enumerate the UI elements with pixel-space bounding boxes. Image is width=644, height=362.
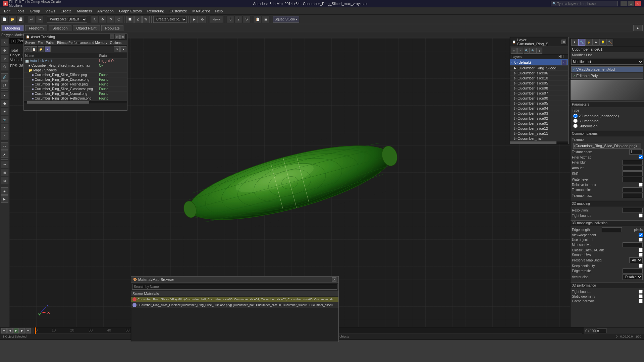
move-button[interactable]: ✥ — [99, 16, 106, 23]
layer-btn[interactable]: 📋 — [254, 16, 261, 23]
tl-play-fwd[interactable]: ▶ — [13, 328, 19, 334]
layer-tb-btn5[interactable]: ↕ — [536, 48, 542, 54]
menu-modifiers[interactable]: Modifiers — [74, 8, 95, 14]
radio-subdivision[interactable]: Subdivision — [573, 124, 641, 128]
layer-row-slice02[interactable]: ▷ Cucumber_slice02 — [510, 116, 568, 121]
minimize-button[interactable]: ─ — [621, 1, 627, 6]
lt-mirror-btn[interactable]: ⇔ — [1, 161, 8, 168]
tl-prev-btn[interactable]: ◀ — [7, 328, 13, 334]
lt-align-btn[interactable]: ⊟ — [1, 177, 8, 184]
layer-tb-btn1[interactable]: ✕ — [511, 48, 517, 54]
maximize-button[interactable]: □ — [628, 1, 634, 6]
filter-texmap-check[interactable] — [639, 155, 643, 159]
water-level-input[interactable]: 0.000 — [623, 177, 643, 182]
lt-spacewarp-btn[interactable]: ~ — [1, 132, 8, 139]
layer-tb-btn4[interactable]: 🔍 — [530, 48, 536, 54]
modifier-editable-poly[interactable]: ✓ Editable Poly — [571, 73, 643, 79]
layer-row-cucumber-sliced[interactable]: ▶ Cucumber_Ring_Sliced — [510, 66, 568, 71]
menu-create[interactable]: Create — [58, 8, 74, 14]
mb-row-2[interactable]: Cucumber_Ring_Slice_Displace(Cucumber_Ri… — [131, 302, 338, 308]
layer-row-slice12[interactable]: ▷ Cucumber_slice12 — [510, 126, 568, 131]
workspace-dropdown[interactable]: Workspace: Default — [47, 16, 87, 23]
layer-row-slice08[interactable]: ▷ Cucumber_slice08 — [510, 86, 568, 91]
lt-scale-btn[interactable]: ⬡ — [1, 63, 8, 70]
at-row-maps-folder[interactable]: 📁 Maps / Shaders — [24, 68, 127, 73]
at-copy-btn[interactable]: 📋 — [31, 46, 37, 52]
mb-close-btn[interactable]: ✕ — [332, 277, 336, 282]
lt-paint-btn[interactable]: 🖌 — [1, 150, 8, 158]
texmap-max-input[interactable]: 1.0 — [623, 193, 643, 198]
at-more-btn[interactable]: ■ — [45, 46, 51, 52]
mb-row-1[interactable]: Cucumber_Ring_Slice ( VRayMtl ) (Cucumbe… — [131, 297, 338, 302]
keep-continuity-check[interactable] — [639, 264, 643, 268]
redo-button[interactable]: ↪ — [36, 16, 43, 23]
mode-freeform[interactable]: Freeform — [25, 25, 48, 31]
close-button[interactable]: ✕ — [635, 1, 641, 6]
tl-play-btn[interactable]: ⏮ — [1, 328, 7, 334]
tl-next-btn[interactable]: ▶ — [19, 328, 25, 334]
rp-hierarchy-btn[interactable]: ⚡ — [585, 39, 592, 46]
max-subdivs-input[interactable]: 256 — [623, 242, 643, 247]
relative-bbox-check[interactable] — [639, 183, 643, 187]
reference-dropdown[interactable]: Create Selectio... — [153, 16, 187, 23]
mode-selection[interactable]: Selection — [49, 25, 71, 31]
filter-blur-input[interactable]: 0.1 — [623, 160, 643, 165]
lt-shape-btn[interactable]: ⬟ — [1, 100, 8, 107]
at-menu-paths[interactable]: Paths — [46, 41, 55, 45]
menu-customize[interactable]: Customize — [167, 8, 190, 14]
tight-bounds-check[interactable] — [639, 214, 643, 218]
shift-input[interactable]: 0.000 — [623, 171, 643, 176]
save-button[interactable]: 💾 — [17, 16, 24, 23]
lt-material-editor-btn[interactable]: ◈ — [1, 187, 8, 195]
texmap-button[interactable]: (Cucumber_Ring_Slice_Displace.png) — [573, 143, 641, 149]
radio-2d-mapping[interactable]: 2D mapping (landscape) — [573, 114, 641, 118]
select-button[interactable]: ↖ — [91, 16, 98, 23]
vector-disp-select[interactable]: Disabled — [623, 274, 643, 280]
snap-s-btn[interactable]: S — [243, 16, 250, 23]
layer-scrollbar[interactable] — [510, 141, 568, 144]
menu-maxscript[interactable]: MAXScript — [190, 8, 213, 14]
select-filter-btn[interactable]: ▣ — [262, 16, 269, 23]
at-menu-server[interactable]: Server — [25, 41, 35, 45]
search-input[interactable] — [557, 2, 611, 6]
lt-select-region-btn[interactable]: ▭ — [1, 142, 8, 150]
lt-render-btn[interactable]: ▶ — [1, 195, 8, 203]
layer-close-btn[interactable]: ✕ — [561, 40, 566, 44]
at-menu-bitmap[interactable]: Bitmap Performance and Memory — [57, 41, 107, 45]
lt-geometry-btn[interactable]: ● — [1, 92, 8, 99]
lt-unlink-btn[interactable]: ⛓ — [1, 81, 8, 89]
at-row-file[interactable]: ■ Cucumber_Ring_Sliced_max_vray.max Ok — [24, 63, 127, 68]
amount-input[interactable]: 0.100 — [623, 166, 643, 171]
lt-rotate-btn[interactable]: ↻ — [1, 55, 8, 62]
rp-modify-btn[interactable]: 🔧 — [578, 39, 585, 46]
at-row-diffuse[interactable]: ■ Cucumber_Ring_Slice_Diffuse.png Found — [24, 73, 127, 77]
at-menu-file[interactable]: File — [38, 41, 43, 45]
menu-tools[interactable]: Tools — [13, 8, 27, 14]
layer-default-toggle[interactable]: □ — [561, 60, 567, 65]
lt-light-btn[interactable]: ☀ — [1, 108, 8, 115]
menu-edit[interactable]: Edit — [1, 8, 13, 14]
menu-animation[interactable]: Animation — [95, 8, 116, 14]
3d-snap-btn[interactable]: 3 — [227, 16, 234, 23]
mode-modeling[interactable]: Modeling — [1, 25, 24, 31]
at-row-glossiness[interactable]: ■ Cucumber_Ring_Slice_Glossiness.png Fou… — [24, 87, 127, 92]
rp-motion-btn[interactable]: ▶ — [592, 39, 599, 46]
lt-move-btn[interactable]: ✥ — [1, 47, 8, 54]
undo-button[interactable]: ↩ — [28, 16, 35, 23]
mode-object-paint[interactable]: Object Paint — [73, 25, 100, 31]
snap-button[interactable]: 🔲 — [126, 16, 133, 23]
lt-select-btn[interactable]: ↖ — [1, 39, 8, 46]
menu-rendering[interactable]: Rendering — [145, 8, 167, 14]
layer-row-slice05b[interactable]: ▷ Cucumber_slice05 — [510, 101, 568, 106]
scale-button[interactable]: ⬡ — [115, 16, 122, 23]
at-options-btn[interactable]: ⚙ — [114, 46, 120, 52]
mode-extra-btn[interactable]: ▸ — [633, 25, 643, 31]
classic-catmull-check[interactable] — [639, 248, 643, 252]
edge-length-input[interactable]: 4.0 — [602, 227, 622, 232]
render-button[interactable]: ▶ — [191, 16, 198, 23]
menu-help[interactable]: Help — [213, 8, 226, 14]
layer-row-default[interactable]: ○ 0 (default) □ — [510, 59, 568, 66]
layer-row-slice10[interactable]: ▷ Cucumber_slice10 — [510, 76, 568, 81]
at-minimize-btn[interactable]: ─ — [110, 35, 114, 39]
mb-search-input[interactable] — [132, 284, 337, 290]
